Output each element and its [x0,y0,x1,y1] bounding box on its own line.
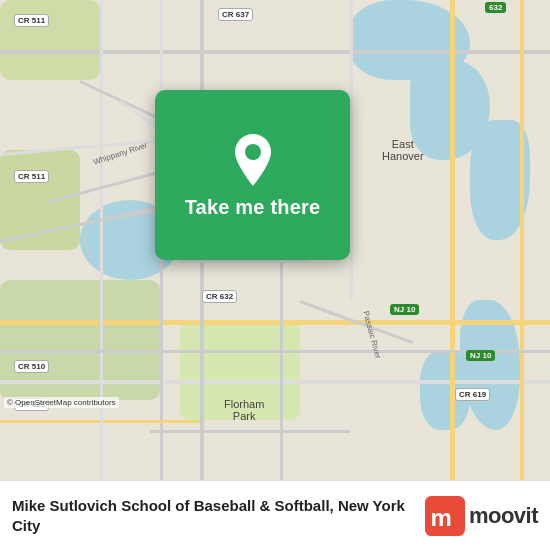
moovit-text: moovit [469,503,538,529]
road-h6 [150,430,350,433]
badge-cr511-1: CR 511 [14,14,49,27]
road-v6-major [520,0,524,480]
green-area-4 [0,150,80,250]
info-text-block: Mike Sutlovich School of Baseball & Soft… [12,496,415,535]
green-area-3 [0,0,100,80]
badge-cr510: CR 510 [14,360,49,373]
svg-text:m: m [430,504,451,531]
road-h5 [0,380,550,384]
road-v4-major [450,0,455,480]
road-v1 [100,0,103,480]
road-h1 [0,50,550,54]
moovit-logo-icon: m [425,496,465,536]
badge-nj10-2: NJ 10 [466,350,495,361]
map-view: CR 511 CR 511 CR 637 CR 632 CR 510 CR 62… [0,0,550,480]
osm-attribution: © OpenStreetMap contributors [4,397,119,408]
take-me-button-label: Take me there [185,196,321,219]
location-title: Mike Sutlovich School of Baseball & Soft… [12,496,415,535]
svg-point-0 [245,144,261,160]
road-nj10 [0,320,550,325]
badge-nj10-1: NJ 10 [390,304,419,315]
road-v9 [100,420,103,480]
take-me-there-card[interactable]: Take me there [155,90,350,260]
location-pin-icon [228,132,278,188]
place-label-east-hanover: EastHanover [382,138,424,162]
place-label-florham-park: FlorhamPark [224,398,264,422]
road-h7 [180,260,310,263]
badge-cr511-2: CR 511 [14,170,49,183]
badge-cr632: CR 632 [202,290,237,303]
road-v3 [350,0,353,300]
info-bar: Mike Sutlovich School of Baseball & Soft… [0,480,550,550]
badge-632-top: 632 [485,2,506,13]
badge-cr619: CR 619 [455,388,490,401]
moovit-logo: m moovit [425,496,538,536]
badge-cr637: CR 637 [218,8,253,21]
